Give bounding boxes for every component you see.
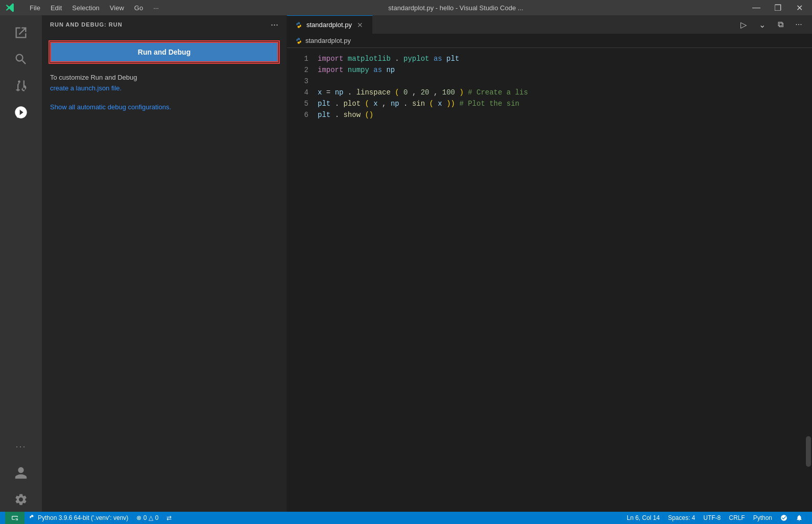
statusbar-feedback[interactable] xyxy=(776,512,792,524)
settings-icon[interactable] xyxy=(9,487,33,512)
python-breadcrumb-icon xyxy=(295,37,302,44)
line-num-6: 6 xyxy=(287,109,318,121)
python-status-icon xyxy=(29,514,36,521)
code-editor[interactable]: 1 2 3 4 5 6 import matplotlib . pyplot a… xyxy=(287,48,812,512)
sidebar-header-title: RUN AND DEBUG: RUN xyxy=(50,21,123,28)
errors-text: ⊗ 0 xyxy=(136,514,147,521)
breadcrumb-filename: standardplot.py xyxy=(305,37,351,44)
line-num-2: 2 xyxy=(287,64,318,76)
python-version-text: Python 3.9.6 64-bit ('.venv': venv) xyxy=(38,514,128,521)
sidebar-header: RUN AND DEBUG: RUN ··· xyxy=(42,15,286,34)
run-button[interactable]: ▷ xyxy=(736,17,751,32)
menu-selection[interactable]: Selection xyxy=(68,3,103,13)
code-line-1: import matplotlib . pyplot as plt xyxy=(318,53,805,64)
statusbar-encoding[interactable]: UTF-8 xyxy=(699,512,725,524)
sidebar-content: Run and Debug To customize Run and Debug… xyxy=(42,34,286,512)
code-line-2: import numpy as np xyxy=(318,64,805,76)
menu-file[interactable]: File xyxy=(26,3,44,13)
run-dropdown[interactable]: ⌄ xyxy=(755,17,769,32)
statusbar-spaces[interactable]: Spaces: 4 xyxy=(664,512,699,524)
remote-icon xyxy=(11,514,18,521)
python-tab-icon xyxy=(295,21,302,29)
statusbar-position[interactable]: Ln 6, Col 14 xyxy=(623,512,664,524)
statusbar-errors[interactable]: ⊗ 0 △ 0 xyxy=(132,512,162,524)
create-launch-json-link[interactable]: create a launch.json file. xyxy=(50,84,122,92)
editor-area: standardplot.py ✕ ▷ ⌄ ⧉ ··· standardplot… xyxy=(287,15,812,512)
code-line-3 xyxy=(318,76,805,87)
window-controls: — ❐ ✕ xyxy=(749,0,807,15)
scrollbar[interactable] xyxy=(805,48,812,512)
bell-icon xyxy=(796,514,803,521)
line-num-3: 3 xyxy=(287,76,318,87)
menu-bar: File Edit Selection View Go ··· xyxy=(26,3,163,13)
scrollbar-thumb[interactable] xyxy=(806,436,811,467)
warnings-text: △ 0 xyxy=(149,514,158,521)
close-button[interactable]: ✕ xyxy=(792,0,807,15)
menu-more[interactable]: ··· xyxy=(149,3,163,13)
maximize-button[interactable]: ❐ xyxy=(770,0,785,15)
statusbar-bell[interactable] xyxy=(792,512,807,524)
editor-more-actions[interactable]: ··· xyxy=(792,17,806,32)
search-icon[interactable] xyxy=(9,47,33,72)
breadcrumb: standardplot.py xyxy=(287,34,812,48)
menu-go[interactable]: Go xyxy=(130,3,147,13)
feedback-icon xyxy=(780,514,787,521)
code-line-4: x = np . linspace ( 0 , 20 , 100 ) # Cre… xyxy=(318,87,805,98)
more-icon[interactable]: ··· xyxy=(9,434,33,459)
code-line-6: plt . show () xyxy=(318,109,805,121)
sidebar-more-actions[interactable]: ··· xyxy=(271,19,278,30)
statusbar-remote[interactable] xyxy=(5,512,25,524)
line-num-5: 5 xyxy=(287,98,318,109)
vscode-logo-icon xyxy=(5,3,15,13)
code-line-5: plt . plot ( x , np . sin ( x )) # Plot … xyxy=(318,98,805,109)
menu-view[interactable]: View xyxy=(106,3,128,13)
main-container: ··· RUN AND DEBUG: RUN ··· Run and Debug… xyxy=(0,15,812,512)
titlebar: File Edit Selection View Go ··· standard… xyxy=(0,0,812,15)
editor-tabs: standardplot.py ✕ ▷ ⌄ ⧉ ··· xyxy=(287,15,812,34)
statusbar-language[interactable]: Python xyxy=(749,512,776,524)
code-content[interactable]: import matplotlib . pyplot as plt import… xyxy=(318,48,805,512)
editor-toolbar: ▷ ⌄ ⧉ ··· xyxy=(736,15,812,34)
statusbar-sync[interactable]: ⇄ xyxy=(162,512,176,524)
menu-edit[interactable]: Edit xyxy=(46,3,66,13)
source-control-icon[interactable] xyxy=(9,74,33,98)
split-editor-button[interactable]: ⧉ xyxy=(773,17,787,32)
sync-icon: ⇄ xyxy=(166,514,172,521)
account-icon[interactable] xyxy=(9,461,33,485)
run-and-debug-button[interactable]: Run and Debug xyxy=(50,42,278,62)
statusbar-line-ending[interactable]: CRLF xyxy=(725,512,749,524)
show-auto-debug-link[interactable]: Show all automatic debug configurations. xyxy=(50,102,278,113)
tab-close-button[interactable]: ✕ xyxy=(356,21,364,29)
activity-bar: ··· xyxy=(0,15,42,512)
run-debug-icon[interactable] xyxy=(9,100,33,125)
customize-text: To customize Run and Debug create a laun… xyxy=(50,73,278,94)
minimize-button[interactable]: — xyxy=(749,0,764,15)
window-title: standardplot.py - hello - Visual Studio … xyxy=(173,4,738,12)
tab-filename: standardplot.py xyxy=(306,21,352,29)
editor-tab-standardplot[interactable]: standardplot.py ✕ xyxy=(287,15,373,34)
explorer-icon[interactable] xyxy=(9,20,33,45)
statusbar-python-version[interactable]: Python 3.9.6 64-bit ('.venv': venv) xyxy=(25,512,132,524)
line-num-1: 1 xyxy=(287,53,318,64)
line-numbers: 1 2 3 4 5 6 xyxy=(287,48,318,512)
svg-point-0 xyxy=(17,115,19,118)
statusbar: Python 3.9.6 64-bit ('.venv': venv) ⊗ 0 … xyxy=(0,512,812,524)
sidebar: RUN AND DEBUG: RUN ··· Run and Debug To … xyxy=(42,15,287,512)
line-num-4: 4 xyxy=(287,87,318,98)
